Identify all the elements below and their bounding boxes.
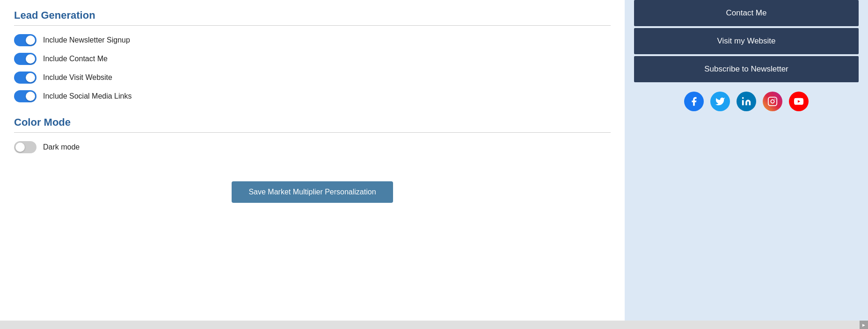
lead-generation-toggles: Include Newsletter SignupInclude Contact… [14, 34, 611, 102]
save-area: Save Market Multiplier Personalization [14, 181, 611, 203]
scroll-right-arrow[interactable]: ► [860, 321, 868, 329]
svg-rect-1 [768, 97, 777, 106]
linkedin-icon[interactable] [737, 92, 756, 111]
toggle-dark-mode[interactable] [14, 141, 36, 153]
toggle-row-contact-me: Include Contact Me [14, 53, 611, 65]
bottom-bar: ► [0, 321, 868, 329]
toggle-row-newsletter-signup: Include Newsletter Signup [14, 34, 611, 46]
left-panel: Lead Generation Include Newsletter Signu… [0, 0, 625, 329]
instagram-icon[interactable] [763, 92, 782, 111]
visit-website-btn[interactable]: Visit my Website [634, 28, 859, 54]
toggle-label-dark-mode: Dark mode [43, 143, 80, 151]
svg-point-2 [771, 100, 774, 103]
twitter-icon[interactable] [710, 92, 730, 111]
svg-point-0 [742, 97, 744, 99]
toggle-social-media-links[interactable] [14, 90, 36, 102]
toggle-label-visit-website: Include Visit Website [43, 73, 112, 82]
preview-buttons-container: Contact MeVisit my WebsiteSubscribe to N… [634, 0, 859, 84]
toggle-contact-me[interactable] [14, 53, 36, 65]
toggle-newsletter-signup[interactable] [14, 34, 36, 46]
color-mode-title: Color Mode [14, 116, 611, 133]
facebook-icon[interactable] [684, 92, 704, 111]
toggle-row-visit-website: Include Visit Website [14, 72, 611, 84]
youtube-icon[interactable] [789, 92, 809, 111]
lead-generation-section: Lead Generation Include Newsletter Signu… [14, 9, 611, 102]
subscribe-newsletter-btn[interactable]: Subscribe to Newsletter [634, 56, 859, 82]
save-button[interactable]: Save Market Multiplier Personalization [232, 181, 393, 203]
toggle-visit-website[interactable] [14, 72, 36, 84]
social-icons-row [634, 92, 859, 111]
lead-generation-title: Lead Generation [14, 9, 611, 26]
right-panel: Contact MeVisit my WebsiteSubscribe to N… [625, 0, 868, 329]
toggle-label-social-media-links: Include Social Media Links [43, 92, 131, 100]
contact-me-btn[interactable]: Contact Me [634, 0, 859, 26]
color-mode-toggles: Dark mode [14, 141, 611, 153]
color-mode-section: Color Mode Dark mode [14, 116, 611, 153]
main-layout: Lead Generation Include Newsletter Signu… [0, 0, 868, 329]
toggle-label-contact-me: Include Contact Me [43, 55, 108, 63]
toggle-row-dark-mode: Dark mode [14, 141, 611, 153]
toggle-row-social-media-links: Include Social Media Links [14, 90, 611, 102]
toggle-label-newsletter-signup: Include Newsletter Signup [43, 36, 130, 44]
